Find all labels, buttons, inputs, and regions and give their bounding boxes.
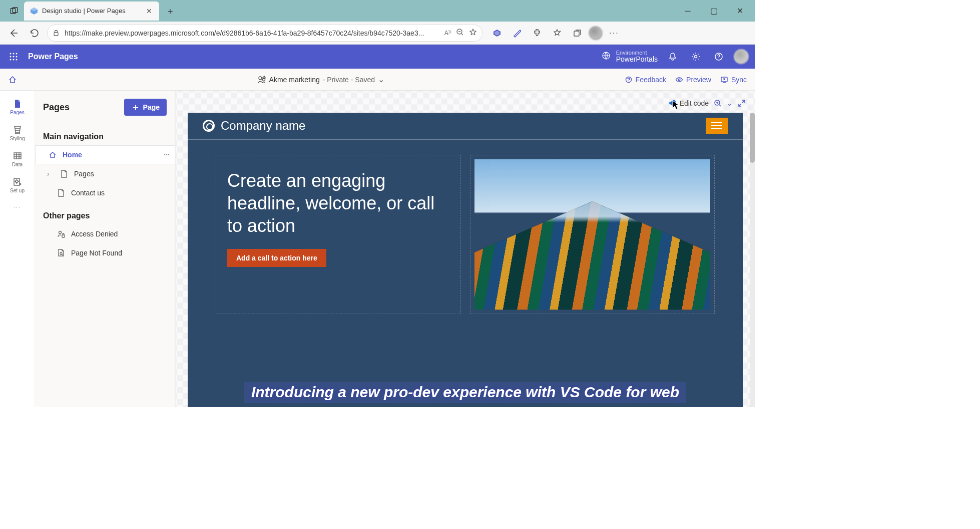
rail-pages[interactable]: Pages xyxy=(4,95,32,119)
rail-setup[interactable]: Set up xyxy=(4,173,32,197)
svg-point-12 xyxy=(16,56,18,58)
collections-icon[interactable] xyxy=(569,25,586,42)
expand-icon[interactable] xyxy=(738,99,746,107)
maximize-button[interactable]: ▢ xyxy=(703,4,725,19)
svg-point-14 xyxy=(13,59,15,61)
zoom-out-icon[interactable] xyxy=(456,28,464,38)
nav-label: Home xyxy=(63,151,82,159)
nav-label: Pages xyxy=(74,170,94,178)
nav-not-found[interactable]: Page Not Found xyxy=(35,243,175,262)
nav-access-denied[interactable]: Access Denied xyxy=(35,224,175,243)
chevron-right-icon[interactable]: › xyxy=(47,170,54,178)
svg-point-11 xyxy=(13,56,15,58)
reader-icon[interactable]: A)) xyxy=(444,29,451,37)
feedback-link[interactable]: Feedback xyxy=(625,76,666,84)
settings-icon[interactable] xyxy=(688,49,704,65)
site-selector[interactable]: Akme marketing - Private - Saved ⌄ xyxy=(17,75,625,84)
product-name[interactable]: Power Pages xyxy=(28,52,78,61)
company-name[interactable]: Company name xyxy=(221,119,305,133)
svg-rect-4 xyxy=(54,33,58,36)
cursor-icon xyxy=(671,100,682,113)
nav-home[interactable]: Home ··· xyxy=(35,145,175,164)
nav-pages[interactable]: › Pages xyxy=(35,164,175,183)
home-icon xyxy=(48,151,58,159)
svg-rect-6 xyxy=(574,31,579,36)
site-name: Akme marketing xyxy=(269,76,320,84)
browser-tab[interactable]: Design studio | Power Pages ✕ xyxy=(24,2,159,21)
feather-icon[interactable] xyxy=(509,25,526,42)
zoom-in-icon[interactable] xyxy=(714,99,722,107)
environment-selector[interactable]: Environment PowerPortals xyxy=(601,50,658,63)
add-page-label: Page xyxy=(143,103,160,111)
site-logo-icon xyxy=(203,120,215,132)
rail-data[interactable]: Data xyxy=(4,147,32,171)
hamburger-menu[interactable] xyxy=(706,118,728,134)
home-icon[interactable] xyxy=(8,75,17,84)
preview-link[interactable]: Preview xyxy=(675,76,711,84)
notifications-icon[interactable] xyxy=(665,49,681,65)
more-icon[interactable]: ··· xyxy=(164,151,170,159)
close-window-button[interactable]: ✕ xyxy=(729,4,751,19)
svg-point-30 xyxy=(60,252,62,254)
add-page-button[interactable]: ＋ Page xyxy=(124,99,167,116)
favorites-bar-icon[interactable] xyxy=(549,25,566,42)
chevron-down-icon: ⌄ xyxy=(378,75,384,84)
env-name: PowerPortals xyxy=(616,56,658,63)
announcement-text: Introducing a new pro-dev experience wit… xyxy=(244,382,686,403)
address-bar[interactable]: https://make.preview.powerpages.microsof… xyxy=(47,25,482,42)
more-icon[interactable]: ··· xyxy=(606,25,623,42)
url-text: https://make.preview.powerpages.microsof… xyxy=(65,29,439,37)
scrollbar-thumb[interactable] xyxy=(750,113,755,163)
profile-avatar[interactable] xyxy=(589,26,603,40)
tab-title: Design studio | Power Pages xyxy=(42,7,141,15)
svg-rect-25 xyxy=(14,153,21,159)
outlook-icon[interactable] xyxy=(488,25,506,42)
nav-contact[interactable]: Contact us xyxy=(35,183,175,202)
hero-headline[interactable]: Create an engaging headline, welcome, or… xyxy=(227,169,449,237)
section-main-nav: Main navigation xyxy=(35,123,175,145)
cta-button[interactable]: Add a call to action here xyxy=(227,249,326,267)
back-button[interactable] xyxy=(5,25,22,42)
user-avatar[interactable] xyxy=(734,49,749,64)
rail-more[interactable]: ··· xyxy=(4,199,32,215)
preview-label: Preview xyxy=(686,76,711,84)
edit-code-label: Edit code xyxy=(680,99,709,107)
page-search-icon xyxy=(56,249,66,257)
help-icon[interactable] xyxy=(711,49,727,65)
app-launcher-icon[interactable] xyxy=(6,49,21,64)
hero-text-block[interactable]: Create an engaging headline, welcome, or… xyxy=(216,155,461,314)
minimize-button[interactable]: ─ xyxy=(677,4,699,19)
page-icon xyxy=(59,170,69,178)
svg-point-17 xyxy=(695,56,697,58)
rail-styling[interactable]: Styling xyxy=(4,121,32,145)
rail-styling-label: Styling xyxy=(10,136,25,141)
svg-point-13 xyxy=(10,59,12,61)
hero-image-block[interactable] xyxy=(470,155,715,314)
new-tab-button[interactable]: ＋ xyxy=(162,3,178,19)
favicon-icon xyxy=(30,7,38,15)
sync-label: Sync xyxy=(731,76,747,84)
window-tabs-icon[interactable] xyxy=(6,3,22,19)
site-preview: Company name Create an engaging headline… xyxy=(188,113,743,407)
zoom-dropdown-icon[interactable]: ⌄ xyxy=(727,99,733,107)
page-icon xyxy=(56,189,66,197)
svg-point-23 xyxy=(678,79,680,81)
close-tab-button[interactable]: ✕ xyxy=(145,7,153,15)
svg-point-15 xyxy=(16,59,18,61)
feedback-label: Feedback xyxy=(636,76,666,84)
sync-link[interactable]: Sync xyxy=(720,76,747,84)
refresh-button[interactable] xyxy=(26,25,43,42)
svg-point-27 xyxy=(16,180,18,182)
favorite-icon[interactable] xyxy=(469,28,477,38)
person-lock-icon xyxy=(56,230,66,238)
rail-setup-label: Set up xyxy=(10,188,25,193)
svg-point-7 xyxy=(10,53,12,55)
rail-data-label: Data xyxy=(12,162,23,167)
nav-label: Contact us xyxy=(71,189,105,197)
svg-rect-29 xyxy=(62,235,65,237)
svg-rect-21 xyxy=(263,77,265,79)
svg-point-9 xyxy=(16,53,18,55)
rail-pages-label: Pages xyxy=(10,110,24,115)
section-other: Other pages xyxy=(35,202,175,224)
extensions-icon[interactable] xyxy=(529,25,546,42)
